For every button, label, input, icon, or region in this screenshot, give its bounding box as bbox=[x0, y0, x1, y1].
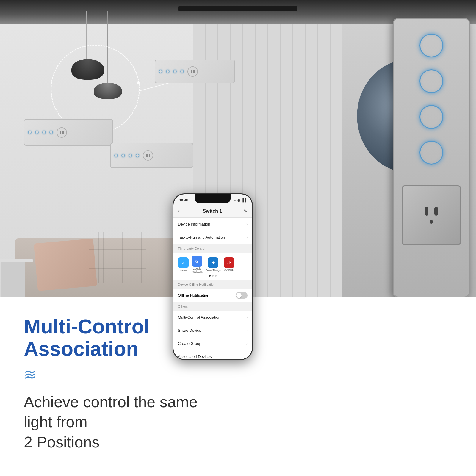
third-party-container: A Alexa G GoogleAssistant ✦ SmartThings … bbox=[173, 253, 252, 280]
menu-item-associated-devices[interactable]: Associated Devices › bbox=[173, 350, 252, 359]
edit-icon[interactable]: ✎ bbox=[244, 209, 248, 214]
tp-item-smartthings[interactable]: ✦ SmartThings bbox=[206, 257, 221, 272]
socket-outlet-top-right bbox=[187, 66, 198, 77]
phone-header: ‹ Switch 1 ✎ bbox=[173, 205, 252, 218]
section-label-others: Others bbox=[173, 302, 252, 311]
socket-ground bbox=[430, 220, 433, 224]
third-party-row: A Alexa G GoogleAssistant ✦ SmartThings … bbox=[178, 256, 248, 273]
subtitle-line2: 2 Positions bbox=[24, 433, 99, 451]
sofa-cushion-pattern bbox=[89, 232, 146, 283]
dot-inactive-1 bbox=[212, 275, 214, 277]
share-device-label: Share Device bbox=[178, 328, 201, 333]
subtitle-line1: Achieve control the same light from bbox=[24, 393, 198, 431]
xiaodu-label: XIAODU bbox=[224, 269, 234, 272]
chevron-right-icon-ad: › bbox=[246, 355, 248, 359]
switch-button-3[interactable] bbox=[419, 105, 443, 129]
switch-dot bbox=[136, 154, 139, 157]
back-arrow-icon[interactable]: ‹ bbox=[178, 208, 180, 214]
chevron-right-icon-2: › bbox=[246, 235, 248, 239]
google-assistant-icon: G bbox=[192, 256, 202, 267]
xiaodu-icon: 小 bbox=[224, 257, 234, 268]
menu-item-device-info-label: Device Information bbox=[178, 222, 210, 226]
dot-inactive-2 bbox=[215, 275, 217, 277]
light-track bbox=[178, 6, 298, 11]
tp-item-google[interactable]: G GoogleAssistant bbox=[192, 256, 203, 273]
tp-item-xiaodu[interactable]: 小 XIAODU bbox=[224, 257, 234, 272]
switch-dot bbox=[129, 154, 132, 157]
socket-holes bbox=[425, 207, 438, 216]
switch-dot bbox=[121, 154, 125, 157]
switch-button-4[interactable] bbox=[419, 141, 443, 165]
section-label-offline: Device Offline Notification bbox=[173, 280, 252, 289]
chevron-right-icon: › bbox=[246, 222, 248, 226]
sofa-cushion-pink bbox=[34, 239, 97, 291]
multi-control-label: Multi-Control Association bbox=[178, 315, 220, 320]
smart-switch-panel bbox=[393, 18, 470, 298]
chevron-right-icon-mc: › bbox=[246, 315, 248, 320]
annotation-dot bbox=[137, 81, 140, 84]
wall-panel-center bbox=[110, 143, 193, 168]
switch-dot bbox=[173, 70, 177, 73]
phone-screen-title: Switch 1 bbox=[184, 209, 241, 214]
socket-hole-right bbox=[434, 207, 438, 216]
switch-dot bbox=[180, 70, 184, 73]
switch-dot bbox=[35, 131, 39, 134]
switch-dot bbox=[114, 154, 118, 157]
socket-outlet-center bbox=[143, 150, 153, 161]
switch-dot bbox=[28, 131, 32, 134]
smartthings-icon: ✦ bbox=[208, 257, 218, 268]
section-others-text: Others bbox=[178, 305, 188, 308]
menu-item-create-group[interactable]: Create Group › bbox=[173, 337, 252, 350]
chevron-right-icon-sd: › bbox=[246, 328, 248, 333]
switch-dot bbox=[49, 131, 53, 134]
alexa-icon: A bbox=[178, 257, 189, 268]
phone-signal-icons: ▲ ◉ ▐▐ bbox=[233, 198, 246, 202]
smartthings-label: SmartThings bbox=[206, 269, 221, 272]
phone-time: 10:48 bbox=[179, 198, 188, 202]
offline-toggle[interactable] bbox=[236, 292, 248, 299]
google-label: GoogleAssistant bbox=[192, 267, 203, 273]
menu-item-share-device[interactable]: Share Device › bbox=[173, 324, 252, 337]
section-offline-text: Device Offline Notification bbox=[178, 283, 215, 286]
switch-dot bbox=[159, 70, 162, 73]
alexa-label: Alexa bbox=[180, 269, 187, 272]
dots-indicator bbox=[178, 275, 248, 277]
phone-screen: 10:48 ▲ ◉ ▐▐ ‹ Switch 1 ✎ Device Informa… bbox=[173, 194, 252, 359]
switch-dot bbox=[166, 70, 170, 73]
wall-panel-left bbox=[24, 119, 113, 146]
menu-item-multi-control[interactable]: Multi-Control Association › bbox=[173, 311, 252, 324]
chevron-right-icon-cg: › bbox=[246, 342, 248, 346]
menu-item-tap-to-run[interactable]: Tap-to-Run and Automation › bbox=[173, 231, 252, 244]
eu-socket-outlet bbox=[402, 185, 461, 245]
section-label-third-party: Third-party Control bbox=[173, 244, 252, 253]
others-items-container: Multi-Control Association › Share Device… bbox=[173, 311, 252, 359]
subtitle-text: Achieve control the same light from 2 Po… bbox=[24, 392, 229, 452]
tp-item-alexa[interactable]: A Alexa bbox=[178, 257, 189, 272]
side-table-top bbox=[0, 259, 33, 262]
switch-button-2[interactable] bbox=[419, 69, 443, 93]
phone-mockup: 10:48 ▲ ◉ ▐▐ ‹ Switch 1 ✎ Device Informa… bbox=[173, 193, 253, 360]
create-group-label: Create Group bbox=[178, 341, 201, 346]
section-third-party-text: Third-party Control bbox=[178, 247, 205, 250]
socket-hole-left bbox=[425, 207, 428, 216]
wall-panel-top-right bbox=[155, 60, 235, 83]
switch-dot bbox=[42, 131, 46, 134]
menu-item-tap-run-label: Tap-to-Run and Automation bbox=[178, 235, 225, 239]
socket-outlet-left bbox=[57, 127, 67, 138]
offline-notification-row: Offline Notification bbox=[173, 289, 252, 302]
wave-icon: ≋ bbox=[24, 366, 229, 383]
phone-notch bbox=[195, 194, 231, 203]
switch-button-1[interactable] bbox=[419, 34, 443, 57]
associated-devices-label: Associated Devices bbox=[178, 354, 212, 359]
offline-notification-label: Offline Notification bbox=[178, 293, 209, 298]
dot-active bbox=[209, 275, 211, 277]
menu-item-device-info[interactable]: Device Information › bbox=[173, 218, 252, 231]
